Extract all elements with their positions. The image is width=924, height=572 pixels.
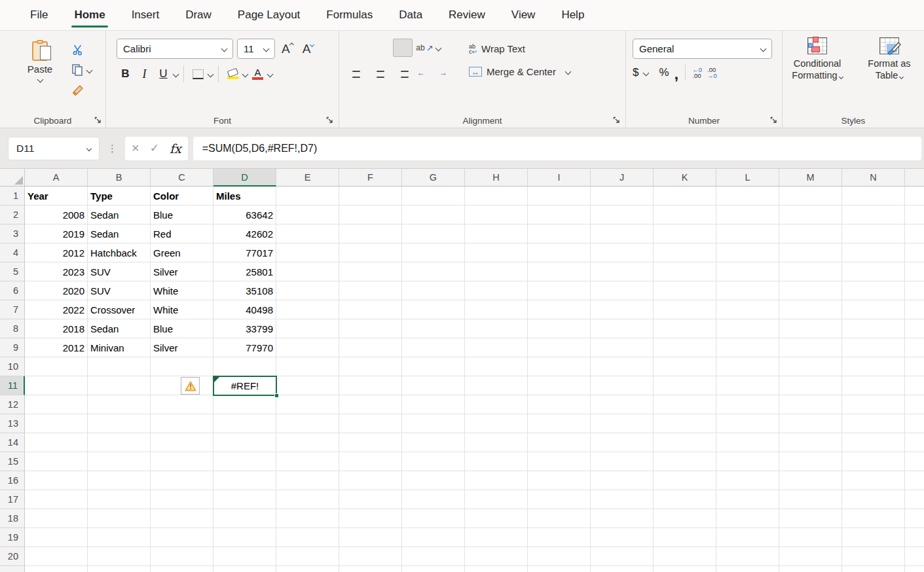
cell-J16[interactable] — [591, 471, 654, 490]
cell-partial-17[interactable] — [905, 490, 924, 509]
menu-tab-insert[interactable]: Insert — [119, 0, 173, 30]
accounting-format-button[interactable]: $ — [633, 66, 638, 79]
cell-E6[interactable] — [276, 281, 339, 300]
cell-C10[interactable] — [151, 357, 213, 376]
cell-F10[interactable] — [339, 357, 402, 376]
clipboard-dialog-launcher[interactable] — [92, 115, 103, 125]
number-format-dropdown-icon[interactable] — [760, 46, 767, 52]
cell-partial-14[interactable] — [905, 433, 924, 452]
font-name-combo[interactable]: Calibri — [117, 39, 233, 59]
cell-M7[interactable] — [779, 300, 842, 319]
cell-partial-9[interactable] — [905, 338, 924, 357]
cell-D20[interactable] — [213, 547, 276, 566]
cell-C17[interactable] — [151, 490, 213, 509]
cell-N3[interactable] — [842, 224, 905, 243]
column-header-L[interactable]: L — [716, 169, 779, 187]
column-header-M[interactable]: M — [779, 169, 842, 187]
copy-button[interactable] — [72, 63, 92, 77]
cell-A6[interactable]: 2020 — [25, 281, 88, 300]
paste-button[interactable]: Paste — [20, 39, 60, 98]
column-header-N[interactable]: N — [842, 169, 905, 187]
cell-G16[interactable] — [402, 471, 465, 490]
cell-B21[interactable] — [88, 566, 151, 572]
top-align-button[interactable] — [348, 39, 368, 57]
cell-K19[interactable] — [654, 528, 716, 547]
menu-tab-review[interactable]: Review — [435, 0, 498, 30]
cell-A1[interactable]: Year — [25, 187, 88, 206]
cell-M14[interactable] — [779, 433, 842, 452]
row-header-3[interactable]: 3 — [0, 224, 25, 243]
cell-H9[interactable] — [465, 338, 528, 357]
cell-E16[interactable] — [276, 471, 339, 490]
cell-J19[interactable] — [591, 528, 654, 547]
cell-G6[interactable] — [402, 281, 465, 300]
cell-I6[interactable] — [528, 281, 591, 300]
cell-J2[interactable] — [591, 206, 654, 224]
cell-D5[interactable]: 25801 — [213, 262, 276, 281]
cell-E17[interactable] — [276, 490, 339, 509]
cell-E18[interactable] — [276, 509, 339, 528]
cell-B7[interactable]: Crossover — [88, 300, 151, 319]
cell-K9[interactable] — [654, 338, 716, 357]
cell-N18[interactable] — [842, 509, 905, 528]
cell-L11[interactable] — [716, 376, 779, 395]
column-header-D[interactable]: D — [213, 169, 276, 187]
cell-L20[interactable] — [716, 547, 779, 566]
cell-G12[interactable] — [402, 395, 465, 414]
cell-M20[interactable] — [779, 547, 842, 566]
cell-I17[interactable] — [528, 490, 591, 509]
cell-partial-5[interactable] — [905, 262, 924, 281]
cell-E8[interactable] — [276, 319, 339, 338]
cell-J17[interactable] — [591, 490, 654, 509]
cell-I11[interactable] — [528, 376, 591, 395]
cell-F13[interactable] — [339, 414, 402, 433]
cell-L3[interactable] — [716, 224, 779, 243]
underline-button[interactable]: U — [155, 65, 172, 83]
cell-A3[interactable]: 2019 — [25, 224, 88, 243]
cell-partial-4[interactable] — [905, 243, 924, 262]
fill-color-button[interactable] — [224, 65, 242, 83]
cell-K3[interactable] — [654, 224, 716, 243]
cell-B20[interactable] — [88, 547, 151, 566]
cell-N8[interactable] — [842, 319, 905, 338]
cell-L17[interactable] — [716, 490, 779, 509]
cell-H21[interactable] — [465, 566, 528, 572]
cut-button[interactable] — [72, 43, 92, 57]
cell-H8[interactable] — [465, 319, 528, 338]
cell-H3[interactable] — [465, 224, 528, 243]
cell-F19[interactable] — [339, 528, 402, 547]
cell-G8[interactable] — [402, 319, 465, 338]
row-header-11[interactable]: 11 — [0, 376, 25, 395]
cell-B1[interactable]: Type — [88, 187, 151, 206]
cell-D10[interactable] — [213, 357, 276, 376]
cell-N14[interactable] — [842, 433, 905, 452]
menu-tab-formulas[interactable]: Formulas — [313, 0, 386, 30]
cell-M15[interactable] — [779, 452, 842, 471]
cell-N13[interactable] — [842, 414, 905, 433]
cell-M8[interactable] — [779, 319, 842, 338]
cell-J1[interactable] — [591, 187, 654, 206]
cell-L15[interactable] — [716, 452, 779, 471]
cell-J12[interactable] — [591, 395, 654, 414]
cell-B10[interactable] — [88, 357, 151, 376]
cell-A11[interactable] — [25, 376, 88, 395]
decrease-indent-button[interactable]: ← — [415, 63, 435, 82]
cell-J4[interactable] — [591, 243, 654, 262]
cell-L19[interactable] — [716, 528, 779, 547]
cell-E3[interactable] — [276, 224, 339, 243]
cell-D4[interactable]: 77017 — [213, 243, 276, 262]
row-header-1[interactable]: 1 — [0, 187, 25, 206]
cell-M4[interactable] — [779, 243, 842, 262]
wrap-text-button[interactable]: abc↩ Wrap Text — [469, 40, 570, 58]
cell-K4[interactable] — [654, 243, 716, 262]
cell-I12[interactable] — [528, 395, 591, 414]
cell-J15[interactable] — [591, 452, 654, 471]
menu-tab-view[interactable]: View — [498, 0, 549, 30]
cell-A18[interactable] — [25, 509, 88, 528]
cell-G19[interactable] — [402, 528, 465, 547]
cell-D9[interactable]: 77970 — [213, 338, 276, 357]
cell-A9[interactable]: 2012 — [25, 338, 88, 357]
cell-B11[interactable] — [88, 376, 151, 395]
cell-H5[interactable] — [465, 262, 528, 281]
cell-A13[interactable] — [25, 414, 88, 433]
